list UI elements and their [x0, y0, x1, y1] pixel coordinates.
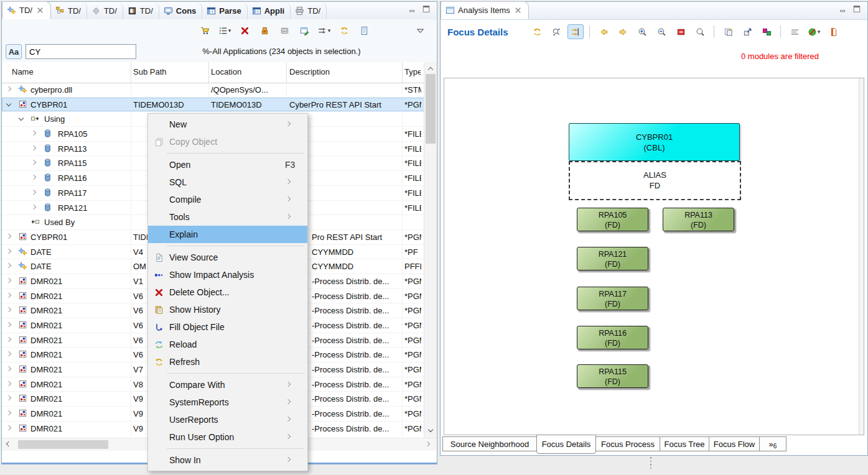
vertical-scrollbar[interactable] [424, 62, 437, 438]
diagram-tab-focus-flow[interactable]: Focus Flow [709, 436, 760, 451]
edit-view-button[interactable] [296, 23, 312, 38]
menu-item-tools[interactable]: Tools [148, 208, 307, 226]
menu-item-fill-object-file[interactable]: Fill Object File [148, 318, 307, 336]
editor-tab-4[interactable]: Cons [159, 2, 203, 19]
copy-diagram-button[interactable] [720, 24, 736, 39]
expander-right-icon[interactable] [6, 425, 12, 431]
zoom-fit-button[interactable] [692, 24, 708, 39]
sash-handle[interactable] [648, 457, 653, 472]
menu-item-view-source[interactable]: View Source [148, 249, 307, 266]
diagram-node-rpa116[interactable]: RPA116(FD) [577, 326, 648, 349]
column-divider[interactable] [286, 62, 287, 83]
scroll-left-icon[interactable] [4, 441, 11, 448]
diagram-node-rpa117[interactable]: RPA117(FD) [577, 287, 648, 310]
zoom-out-button[interactable] [653, 24, 670, 39]
diagram-tab-source-neighborhood[interactable]: Source Neighborhood [442, 436, 537, 451]
expander-right-icon[interactable] [6, 307, 12, 313]
expander-right-icon[interactable] [6, 410, 12, 417]
expander-right-icon[interactable] [6, 249, 12, 255]
vertical-scroll-thumb[interactable] [426, 74, 436, 144]
diagram-node-focus[interactable]: CYBPR01 (CBL) [569, 123, 740, 161]
editor-tab-1[interactable]: TD/ [51, 2, 87, 19]
column-header-location[interactable]: Location [211, 67, 241, 76]
diagram-tab-focus-tree[interactable]: Focus Tree [660, 436, 709, 451]
editor-tab-7[interactable]: TD/ [291, 2, 327, 19]
expander-right-icon[interactable] [6, 381, 12, 387]
canvas-scrollbar[interactable] [859, 78, 864, 435]
scroll-down-icon[interactable] [427, 427, 434, 433]
analysis-items-tab[interactable]: Analysis Items [441, 1, 529, 19]
expander-right-icon[interactable] [30, 160, 37, 166]
diagram-tab-focus-details[interactable]: Focus Details [536, 435, 596, 454]
expander-right-icon[interactable] [30, 175, 37, 181]
diagram-node-rpa113[interactable]: RPA113(FD) [663, 208, 734, 231]
menu-item-show-impact-analysis[interactable]: Show Impact Analysis [148, 266, 307, 284]
diagram-canvas[interactable]: CYBPR01 (CBL) ALIAS FD RPA105(FD)RPA113(… [444, 78, 864, 435]
menu-item-compare-with[interactable]: Compare With [148, 376, 307, 394]
menu-item-show-in[interactable]: Show In [148, 451, 307, 469]
diagram-tab-focus-process[interactable]: Focus Process [595, 436, 660, 451]
column-divider[interactable] [131, 62, 131, 83]
navigate-forward-button[interactable] [615, 24, 631, 39]
column-header-description[interactable]: Description [289, 67, 330, 76]
expander-right-icon[interactable] [30, 145, 37, 152]
layout-options-button[interactable] [786, 24, 803, 39]
shopping-cart-button[interactable] [197, 23, 213, 38]
filter-input[interactable] [26, 44, 136, 59]
expander-right-icon[interactable] [6, 234, 12, 240]
expander-right-icon[interactable] [30, 205, 37, 211]
expander-right-icon[interactable] [6, 366, 12, 372]
menu-item-new[interactable]: New [148, 116, 307, 133]
diagram-node-rpa105[interactable]: RPA105(FD) [577, 208, 648, 231]
module-filter-button[interactable]: ▾ [806, 24, 822, 39]
column-header-sub-path[interactable]: Sub Path [133, 67, 167, 76]
refresh-diagram-button[interactable] [529, 24, 545, 39]
show-list-button[interactable] [356, 23, 372, 38]
menu-item-show-history[interactable]: Show History [148, 301, 307, 318]
expander-down-icon[interactable] [18, 116, 24, 122]
menu-item-systemreports[interactable]: SystemReports [148, 394, 307, 411]
diagram-node-alias[interactable]: ALIAS FD [569, 161, 741, 200]
table-row[interactable]: cyberpro.dll/QOpenSys/O...*STMF [2, 83, 424, 98]
expander-right-icon[interactable] [6, 278, 12, 284]
close-icon[interactable] [513, 6, 523, 15]
menu-item-copy-object[interactable]: Copy Object [148, 133, 307, 150]
column-header-name[interactable]: Name [12, 67, 34, 76]
scroll-up-icon[interactable] [427, 65, 434, 71]
menu-item-explain[interactable]: Explain [148, 226, 307, 243]
delete-button[interactable] [236, 23, 253, 38]
column-divider[interactable] [208, 62, 209, 83]
menu-item-compile[interactable]: Compile [148, 191, 307, 208]
tab-close-icon[interactable] [35, 6, 45, 15]
expander-down-icon[interactable] [6, 101, 12, 108]
editor-tab-6[interactable]: Appli [248, 2, 291, 19]
column-divider[interactable] [402, 62, 403, 83]
diagram-node-rpa121[interactable]: RPA121(FD) [577, 247, 648, 270]
zoom-in-button[interactable] [634, 24, 650, 39]
table-row[interactable]: CYBPR01TIDEMO013DTIDEMO013DCyberPro REST… [2, 98, 424, 113]
menu-item-delete-object[interactable]: Delete Object... [148, 284, 307, 301]
editor-tab-3[interactable]: TD/ [123, 2, 159, 19]
calculator-button[interactable] [276, 23, 292, 38]
locate-in-tree-button[interactable] [548, 24, 564, 39]
minimize-icon[interactable] [839, 4, 847, 13]
editor-tab-0[interactable]: TD/ [2, 1, 51, 19]
diagram-tab-[interactable]: »6 [759, 436, 786, 451]
maximize-icon[interactable] [852, 4, 861, 13]
filter-list-button[interactable]: ▾ [217, 23, 233, 38]
expander-right-icon[interactable] [6, 337, 12, 343]
ile-objects-button[interactable] [256, 23, 273, 38]
expander-right-icon[interactable] [6, 322, 12, 328]
expander-right-icon[interactable] [6, 293, 12, 299]
collapse-button[interactable] [673, 24, 689, 39]
menu-item-run-user-option[interactable]: Run User Option [148, 428, 307, 446]
report-button[interactable] [825, 24, 841, 39]
maximize-icon[interactable] [422, 4, 431, 13]
expander-right-icon[interactable] [30, 190, 37, 196]
menu-item-open[interactable]: OpenF3 [148, 156, 307, 173]
menu-item-reload[interactable]: Reload [148, 336, 307, 353]
move-columns-button[interactable]: ▾ [316, 23, 332, 38]
view-menu-button[interactable] [412, 23, 428, 38]
menu-item-userreports[interactable]: UserReports [148, 411, 307, 428]
navigate-back-button[interactable] [595, 24, 612, 39]
